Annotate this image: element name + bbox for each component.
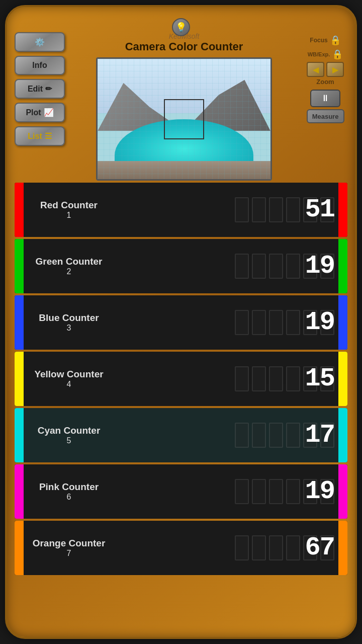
- counter-number-1: 1: [67, 211, 71, 220]
- counter-label-1: Red Counter 1: [24, 200, 114, 220]
- counter-number-5: 5: [67, 436, 71, 445]
- seg-digit-ghost: [269, 423, 283, 448]
- counter-name-4: Yellow Counter: [34, 369, 103, 380]
- seg-digit-ghost: [252, 254, 266, 279]
- counter-display-2: 19: [114, 254, 338, 279]
- wb-exp-control: WB/Exp. 🔒: [308, 49, 343, 60]
- seg-digit-ghost: [252, 423, 266, 448]
- counter-number-6: 6: [67, 493, 71, 502]
- measure-label: Measure: [312, 113, 339, 120]
- seg-digit-ghost: [235, 310, 249, 335]
- counter-number-7: 7: [67, 549, 71, 558]
- settings-button[interactable]: ⚙️: [15, 32, 65, 52]
- measure-button[interactable]: Measure: [307, 109, 344, 123]
- counter-value-5: 17: [305, 422, 334, 448]
- zoom-left-icon: ◀: [313, 65, 319, 74]
- seg-digit-ghost: [269, 254, 283, 279]
- seg-digit-ghost: [235, 423, 249, 448]
- counter-row-3[interactable]: Blue Counter 3 19: [15, 295, 347, 350]
- color-bar-right-3: [338, 295, 347, 350]
- color-bar-left-7: [15, 521, 24, 575]
- list-icon: ☰: [45, 131, 52, 141]
- counter-display-6: 19: [114, 479, 338, 504]
- counter-row-7[interactable]: Orange Counter 7 67: [15, 521, 347, 575]
- counter-display-5: 17: [114, 423, 338, 448]
- color-bar-right-1: [338, 183, 347, 237]
- edit-label: Edit: [28, 85, 43, 94]
- seg-digit-ghost: [235, 197, 249, 222]
- seg-digit-ghost: [286, 535, 300, 560]
- seg-digit-ghost: [252, 479, 266, 504]
- counter-row-5[interactable]: Cyan Counter 5 17: [15, 408, 347, 462]
- counter-name-5: Cyan Counter: [38, 425, 101, 436]
- counter-row-1[interactable]: Red Counter 1 51: [15, 183, 347, 237]
- counter-display-7: 67: [114, 535, 338, 560]
- seg-digit-ghost: [286, 479, 300, 504]
- counter-label-6: Pink Counter 6: [24, 481, 114, 502]
- edit-button[interactable]: Edit ✏: [15, 79, 65, 99]
- counters-section: Red Counter 1 51 Green Counter 2 19 Blue…: [15, 183, 347, 575]
- camera-viewport[interactable]: [96, 57, 272, 181]
- counter-row-4[interactable]: Yellow Counter 4 15: [15, 352, 347, 406]
- counter-label-5: Cyan Counter 5: [24, 425, 114, 445]
- counter-name-3: Blue Counter: [39, 312, 99, 324]
- counter-number-4: 4: [67, 380, 71, 389]
- counter-value-7: 67: [305, 535, 334, 561]
- color-bar-right-2: [338, 239, 347, 293]
- counter-value-1: 51: [305, 197, 334, 223]
- color-bar-right-4: [338, 352, 347, 406]
- counter-row-2[interactable]: Green Counter 2 19: [15, 239, 347, 293]
- plot-button[interactable]: Plot 📈: [15, 103, 65, 122]
- zoom-right-icon: ▶: [332, 65, 338, 74]
- pause-button[interactable]: ⏸: [310, 90, 340, 107]
- seg-digit-ghost: [235, 535, 249, 560]
- focus-box: [164, 99, 204, 139]
- zoom-out-button[interactable]: ◀: [307, 62, 324, 77]
- info-button[interactable]: Info: [15, 56, 65, 75]
- seg-digit-ghost: [286, 423, 300, 448]
- counter-value-2: 19: [305, 253, 334, 279]
- edit-icon: ✏: [45, 84, 52, 94]
- color-bar-left-4: [15, 352, 24, 406]
- focus-lock-icon[interactable]: 🔒: [330, 35, 341, 46]
- seg-digit-ghost: [235, 479, 249, 504]
- seg-digit-ghost: [235, 254, 249, 279]
- left-buttons: ⚙️ Info Edit ✏ Plot 📈 List ☰: [15, 32, 65, 146]
- seg-digit-ghost: [252, 535, 266, 560]
- list-button[interactable]: List ☰: [15, 126, 65, 146]
- color-bar-left-2: [15, 239, 24, 293]
- counter-display-4: 15: [114, 366, 338, 391]
- list-label: List: [28, 132, 42, 141]
- color-bar-right-7: [338, 521, 347, 575]
- seg-digit-ghost: [286, 197, 300, 222]
- lightbulb-icon: 💡: [175, 22, 187, 33]
- counter-number-2: 2: [67, 267, 71, 276]
- counter-row-6[interactable]: Pink Counter 6 19: [15, 464, 347, 519]
- color-bar-right-6: [338, 464, 347, 519]
- zoom-label: Zoom: [316, 78, 334, 86]
- color-bar-left-6: [15, 464, 24, 519]
- plot-label: Plot: [26, 108, 41, 117]
- counter-display-3: 19: [114, 310, 338, 335]
- header-and-camera: Keuwlsoft Camera Color Counter: [69, 32, 299, 181]
- pause-icon: ⏸: [321, 93, 330, 104]
- seg-digit-ghost: [235, 366, 249, 391]
- counter-name-1: Red Counter: [40, 200, 98, 211]
- counter-name-2: Green Counter: [35, 256, 102, 267]
- counter-label-3: Blue Counter 3: [24, 312, 114, 333]
- seg-digit-ghost: [286, 310, 300, 335]
- seg-digit-ghost: [252, 310, 266, 335]
- color-bar-left-1: [15, 183, 24, 237]
- wb-lock-icon[interactable]: 🔒: [332, 49, 343, 60]
- zoom-controls: ◀ ▶ Zoom: [307, 62, 344, 86]
- counter-display-1: 51: [114, 197, 338, 222]
- settings-icon: ⚙️: [35, 37, 45, 47]
- seg-digit-ghost: [269, 310, 283, 335]
- app-title: Camera Color Counter: [125, 40, 243, 53]
- counter-label-7: Orange Counter 7: [24, 538, 114, 558]
- right-panel: Focus 🔒 WB/Exp. 🔒 ◀ ▶ Zoom: [303, 32, 347, 123]
- color-bar-left-5: [15, 408, 24, 462]
- zoom-in-button[interactable]: ▶: [326, 62, 344, 77]
- seg-digit-ghost: [286, 254, 300, 279]
- seg-digit-ghost: [269, 197, 283, 222]
